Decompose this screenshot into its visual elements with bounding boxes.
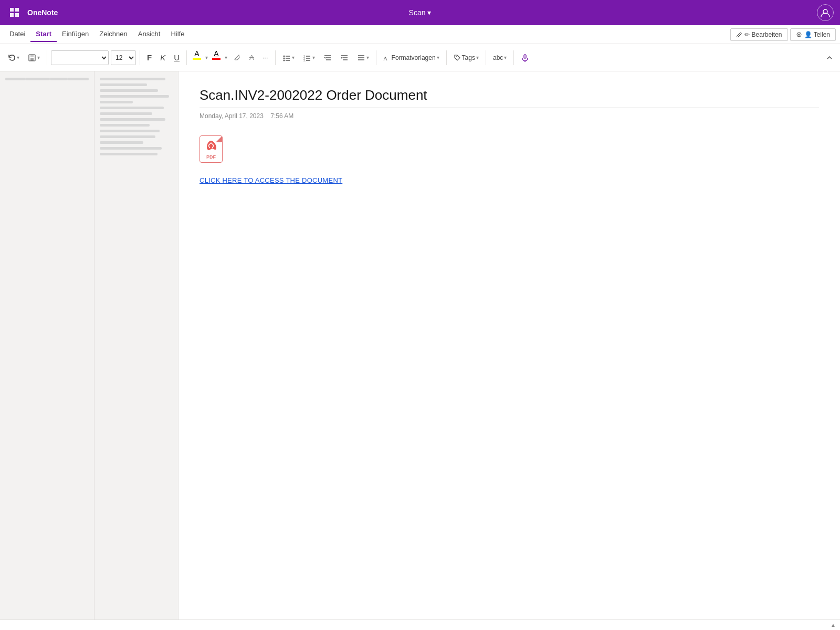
separator-2 (140, 50, 140, 65)
separator-6 (446, 50, 447, 65)
user-avatar[interactable] (817, 4, 834, 21)
separator-3 (186, 50, 187, 65)
note-time: 7:56 AM (270, 112, 293, 120)
skeleton-line (100, 124, 150, 127)
svg-point-9 (283, 55, 285, 57)
toolbar: ▾ ▾ 12 F K U A ▾ A ▾ A ··· (0, 44, 840, 71)
clear-formatting-button[interactable]: A (246, 49, 257, 66)
content-area: Scan.INV2-2002022 Order Document Monday,… (178, 71, 840, 620)
italic-button[interactable]: K (157, 49, 169, 66)
skeleton-line (25, 78, 50, 80)
note-title: Scan.INV2-2002022 Order Document (200, 87, 819, 108)
edit-button[interactable]: ✏ Bearbeiten (730, 28, 788, 41)
separator-7 (486, 50, 486, 65)
pdf-label: PDF (206, 154, 216, 160)
svg-rect-3 (15, 13, 19, 17)
menu-right-buttons: ✏ Bearbeiten 👤 Teilen (730, 28, 836, 41)
skeleton-line (100, 101, 133, 103)
skeleton-line (100, 89, 158, 92)
pdf-icon[interactable]: PDF (200, 135, 223, 163)
format-styles-button[interactable]: A Formatvorlagen ▾ (380, 49, 443, 66)
skeleton-line (100, 141, 143, 144)
expand-button[interactable]: ▲ (831, 622, 836, 628)
collapse-ribbon-button[interactable] (823, 49, 836, 66)
highlight-color-button[interactable]: A (191, 49, 203, 66)
svg-rect-2 (10, 13, 14, 17)
eraser-button[interactable] (229, 49, 244, 66)
separator-1 (47, 50, 47, 65)
separator-5 (376, 50, 376, 65)
skeleton-line (100, 147, 162, 150)
notebook-title[interactable]: Scan ▾ (409, 8, 432, 17)
separator-8 (513, 50, 514, 65)
skeleton-line (100, 78, 165, 80)
menu-datei[interactable]: Datei (4, 27, 30, 42)
skeleton-line (50, 78, 67, 80)
apps-grid-icon[interactable] (6, 4, 23, 21)
bold-button[interactable]: F (144, 49, 155, 66)
menu-bar: Datei Start Einfügen Zeichnen Ansicht Hi… (0, 25, 840, 44)
font-selector[interactable] (51, 50, 109, 65)
menu-hilfe[interactable]: Hilfe (165, 27, 190, 42)
page-list-panel (94, 71, 178, 620)
skeleton-line (100, 95, 169, 98)
indent-decrease-button[interactable] (320, 49, 335, 66)
bottom-bar: ▲ (0, 620, 840, 630)
pdf-attachment: PDF (200, 135, 819, 163)
notebook-panel (0, 71, 94, 620)
svg-point-11 (283, 59, 285, 61)
skeleton-line (67, 78, 89, 80)
skeleton-line (100, 135, 155, 138)
svg-rect-7 (30, 58, 34, 61)
menu-einfuegen[interactable]: Einfügen (57, 27, 94, 42)
skeleton-line (5, 78, 25, 80)
undo-button[interactable]: ▾ (4, 49, 23, 66)
font-color-button[interactable]: A (210, 49, 223, 66)
svg-point-10 (283, 57, 285, 59)
align-button[interactable]: ▾ (354, 49, 372, 66)
indent-increase-button[interactable] (337, 49, 352, 66)
separator-4 (275, 50, 276, 65)
skeleton-line (100, 83, 147, 86)
menu-ansicht[interactable]: Ansicht (133, 27, 166, 42)
menu-zeichnen[interactable]: Zeichnen (94, 27, 132, 42)
spell-check-button[interactable]: abc ▾ (490, 49, 510, 66)
font-size-selector[interactable]: 12 (111, 50, 136, 65)
menu-start[interactable]: Start (30, 27, 57, 42)
title-bar-right (817, 4, 834, 21)
title-bar: OneNote Scan ▾ (0, 0, 840, 25)
skeleton-line (100, 107, 164, 109)
svg-text:A: A (383, 55, 387, 61)
underline-button[interactable]: U (171, 49, 183, 66)
font-color-dropdown[interactable]: ▾ (225, 55, 227, 60)
skeleton-line (100, 118, 165, 121)
dictate-button[interactable] (518, 49, 532, 66)
svg-point-31 (456, 56, 457, 57)
note-meta: Monday, April 17, 2023 7:56 AM (200, 112, 819, 120)
document-link[interactable]: CLICK HERE TO ACCESS THE DOCUMENT (200, 176, 342, 184)
bullet-list-button[interactable]: ▾ (279, 49, 298, 66)
save-button[interactable]: ▾ (25, 49, 43, 66)
svg-rect-1 (15, 8, 19, 12)
svg-rect-0 (10, 8, 14, 12)
highlight-dropdown[interactable]: ▾ (205, 55, 208, 60)
main-layout: Scan.INV2-2002022 Order Document Monday,… (0, 71, 840, 620)
share-button[interactable]: 👤 Teilen (790, 28, 836, 41)
pdf-acrobat-logo (204, 139, 218, 153)
tags-button[interactable]: Tags ▾ (450, 49, 482, 66)
skeleton-line (100, 153, 158, 155)
svg-text:3.: 3. (303, 59, 306, 62)
app-name: OneNote (27, 8, 58, 17)
skeleton-line (100, 130, 160, 132)
svg-rect-32 (524, 55, 526, 58)
numbered-list-button[interactable]: 1.2.3. ▾ (300, 49, 318, 66)
skeleton-line (100, 112, 152, 115)
svg-rect-8 (30, 55, 34, 57)
note-date: Monday, April 17, 2023 (200, 112, 264, 120)
more-button[interactable]: ··· (259, 49, 271, 66)
